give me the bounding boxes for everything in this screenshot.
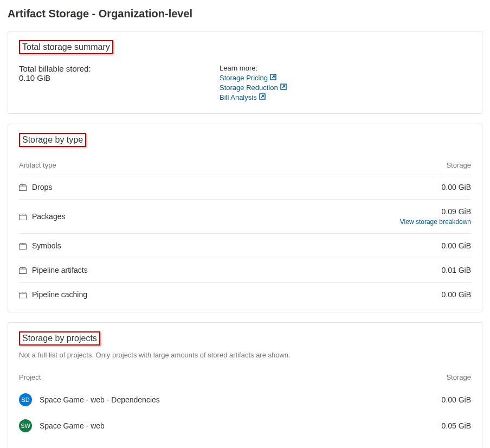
col-storage: Storage <box>446 161 471 169</box>
type-row: Packages0.09 GiBView storage breakdown <box>19 199 471 233</box>
by-projects-card: Storage by projects Not a full list of p… <box>8 322 482 448</box>
page-title: Artifact Storage - Organization-level <box>8 8 482 20</box>
type-row-value: 0.00 GiB <box>442 183 471 191</box>
svg-rect-6 <box>20 269 27 274</box>
learn-more-label: Learn more: <box>220 64 287 72</box>
project-row: SDSpace Game - web - Dependencies0.00 Gi… <box>19 387 471 413</box>
type-row-value: 0.01 GiB <box>442 266 471 274</box>
type-row: Drops0.00 GiB <box>19 175 471 199</box>
package-icon <box>19 184 27 190</box>
svg-rect-3 <box>20 186 27 191</box>
storage-reduction-link[interactable]: Storage Reduction <box>220 84 287 92</box>
package-icon <box>19 213 27 220</box>
project-value: 0.00 GiB <box>442 395 471 404</box>
project-name: Space Game - web <box>40 421 442 430</box>
project-avatar: SW <box>19 419 32 432</box>
projects-note: Not a full list of projects. Only projec… <box>19 351 471 359</box>
storage-pricing-link[interactable]: Storage Pricing <box>220 74 276 82</box>
type-row-name: Symbols <box>32 241 442 250</box>
summary-title: Total storage summary <box>19 40 113 54</box>
link-text: Storage Pricing <box>220 74 268 82</box>
bill-analysis-link[interactable]: Bill Analysis <box>220 93 266 101</box>
external-link-icon <box>259 93 266 101</box>
type-row-name: Packages <box>32 212 400 221</box>
type-row-name: Pipeline artifacts <box>32 266 442 274</box>
link-text: Storage Reduction <box>220 84 278 92</box>
billable-label: Total billable stored: <box>19 64 220 73</box>
by-projects-title: Storage by projects <box>19 331 100 345</box>
svg-rect-7 <box>20 293 27 298</box>
col-storage: Storage <box>446 373 471 381</box>
type-row-name: Drops <box>32 183 442 191</box>
project-row: SWSpace Game - web0.05 GiB <box>19 413 471 439</box>
type-row-name: Pipeline caching <box>32 290 442 299</box>
col-artifact-type: Artifact type <box>19 161 56 169</box>
by-type-title: Storage by type <box>19 133 86 147</box>
external-link-icon <box>270 74 276 82</box>
svg-rect-4 <box>20 215 27 220</box>
svg-rect-5 <box>20 245 27 249</box>
package-icon <box>19 242 27 249</box>
type-row-value: 0.00 GiB <box>442 290 471 299</box>
project-value: 0.05 GiB <box>442 421 471 430</box>
type-row-value: 0.09 GiB <box>400 207 471 216</box>
link-text: Bill Analysis <box>220 93 257 101</box>
project-avatar: SD <box>19 393 32 406</box>
package-icon <box>19 267 27 273</box>
external-link-icon <box>280 84 287 92</box>
package-icon <box>19 291 27 298</box>
project-name: Space Game - web - Dependencies <box>40 395 442 404</box>
summary-card: Total storage summary Total billable sto… <box>8 31 482 114</box>
type-row: Pipeline artifacts0.01 GiB <box>19 258 471 282</box>
col-project: Project <box>19 373 41 381</box>
view-breakdown-link[interactable]: View storage breakdown <box>400 218 471 226</box>
by-type-card: Storage by type Artifact type Storage Dr… <box>8 124 482 312</box>
type-row-value: 0.00 GiB <box>442 241 471 250</box>
type-row: Pipeline caching0.00 GiB <box>19 282 471 301</box>
billable-value: 0.10 GiB <box>19 73 220 82</box>
type-row: Symbols0.00 GiB <box>19 233 471 258</box>
